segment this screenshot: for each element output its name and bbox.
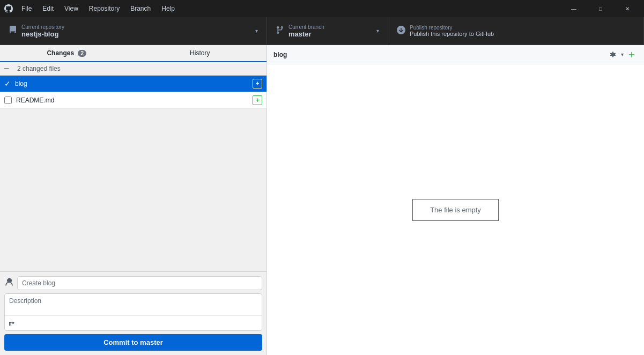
branch-name: master bbox=[288, 30, 372, 38]
file-check-icon: ✓ bbox=[4, 79, 11, 88]
menu-edit[interactable]: Edit bbox=[38, 4, 58, 13]
repo-icon bbox=[9, 26, 17, 36]
right-header-actions: ▾ bbox=[607, 50, 638, 60]
commit-title-row bbox=[4, 276, 262, 290]
tab-changes[interactable]: Changes 2 bbox=[0, 45, 134, 62]
branch-text: Current branch master bbox=[288, 24, 372, 38]
publish-icon bbox=[397, 26, 405, 36]
minimize-button[interactable]: — bbox=[561, 0, 586, 17]
commit-title-input[interactable] bbox=[17, 276, 262, 290]
left-panel: Changes 2 History ─ 2 changed files ✓ bl… bbox=[0, 45, 267, 355]
commit-description-input[interactable] bbox=[5, 294, 262, 315]
branch-section[interactable]: Current branch master ▾ bbox=[267, 17, 388, 45]
tabs: Changes 2 History bbox=[0, 45, 267, 62]
publish-label-small: Publish repository bbox=[410, 25, 635, 31]
menu-branch[interactable]: Branch bbox=[126, 4, 155, 13]
spacer bbox=[0, 109, 267, 271]
titlebar-controls: — □ ✕ bbox=[561, 0, 640, 17]
settings-button[interactable] bbox=[607, 50, 619, 60]
menu-help[interactable]: Help bbox=[157, 4, 179, 13]
branch-icon bbox=[276, 26, 284, 36]
empty-file-message: The file is empty bbox=[412, 199, 499, 221]
file-name-readme: README.md bbox=[16, 97, 253, 104]
file-item-readme[interactable]: README.md + bbox=[0, 92, 267, 109]
titlebar-left: File Edit View Repository Branch Help bbox=[4, 4, 179, 13]
github-icon bbox=[4, 4, 13, 13]
menu-file[interactable]: File bbox=[17, 4, 36, 13]
repo-section[interactable]: Current repository nestjs-blog ▾ bbox=[0, 17, 267, 45]
maximize-button[interactable]: □ bbox=[588, 0, 613, 17]
main-layout: Changes 2 History ─ 2 changed files ✓ bl… bbox=[0, 45, 644, 355]
commit-avatar-icon bbox=[4, 277, 14, 289]
repo-name: nestjs-blog bbox=[21, 30, 251, 38]
tab-history[interactable]: History bbox=[134, 45, 267, 61]
changed-files-count: 2 changed files bbox=[17, 65, 61, 72]
commit-coauthor-row[interactable] bbox=[5, 315, 262, 330]
changes-badge: 2 bbox=[78, 50, 86, 57]
file-checkbox-readme[interactable] bbox=[4, 97, 12, 104]
add-file-button[interactable] bbox=[626, 50, 638, 60]
publish-label-main: Publish this repository to GitHub bbox=[410, 31, 635, 37]
close-button[interactable]: ✕ bbox=[615, 0, 640, 17]
commit-area: Commit to master bbox=[0, 271, 267, 355]
right-header: blog ▾ bbox=[267, 45, 644, 64]
file-list-header: ─ 2 changed files bbox=[0, 62, 267, 76]
settings-chevron-icon: ▾ bbox=[621, 51, 624, 57]
right-panel: blog ▾ The file is empty bbox=[267, 45, 644, 355]
commit-desc-row bbox=[4, 293, 262, 331]
branch-label-small: Current branch bbox=[288, 24, 372, 30]
repo-text: Current repository nestjs-blog bbox=[21, 24, 251, 38]
repo-label-small: Current repository bbox=[21, 24, 251, 30]
titlebar: File Edit View Repository Branch Help — … bbox=[0, 0, 644, 17]
file-name-blog: blog bbox=[15, 80, 253, 87]
file-item-blog[interactable]: ✓ blog + bbox=[0, 76, 267, 92]
repo-chevron-icon: ▾ bbox=[255, 28, 258, 34]
right-content: The file is empty bbox=[267, 64, 644, 355]
toolbar: Current repository nestjs-blog ▾ Current… bbox=[0, 17, 644, 45]
collapse-icon[interactable]: ─ bbox=[4, 64, 13, 73]
titlebar-menu: File Edit View Repository Branch Help bbox=[17, 4, 179, 13]
publish-text: Publish repository Publish this reposito… bbox=[410, 25, 635, 37]
menu-view[interactable]: View bbox=[60, 4, 83, 13]
file-action-readme: + bbox=[253, 95, 262, 105]
publish-section[interactable]: Publish repository Publish this reposito… bbox=[388, 17, 644, 45]
menu-repository[interactable]: Repository bbox=[85, 4, 124, 13]
branch-chevron-icon: ▾ bbox=[376, 28, 379, 34]
commit-button[interactable]: Commit to master bbox=[4, 334, 262, 351]
right-header-title: blog bbox=[273, 51, 287, 58]
file-action-blog: + bbox=[253, 79, 262, 88]
